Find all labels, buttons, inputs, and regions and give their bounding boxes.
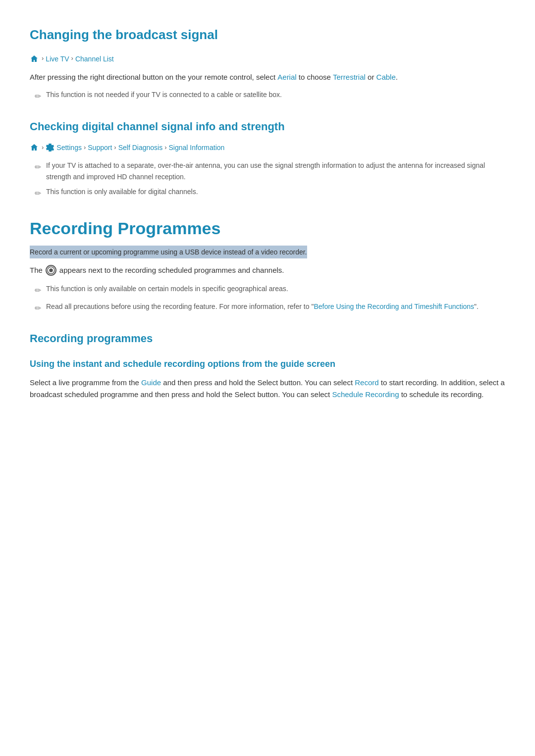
- highlight-text: Record a current or upcoming programme u…: [30, 248, 307, 256]
- breadcrumb-broadcast: › Live TV › Channel List: [30, 53, 505, 64]
- breadcrumb-separator-1: ›: [42, 53, 44, 64]
- broadcast-body: After pressing the right directional but…: [30, 71, 505, 83]
- pencil-icon-4: ✏: [35, 284, 41, 297]
- note-broadcast-text-1: This function is not needed if your TV i…: [46, 89, 282, 100]
- link-before-using[interactable]: Before Using the Recording and Timeshift…: [314, 302, 474, 310]
- link-cable[interactable]: Cable: [376, 73, 396, 81]
- breadcrumb-separator-2: ›: [71, 53, 73, 64]
- breadcrumb-signalinfo[interactable]: Signal Information: [169, 142, 225, 153]
- breadcrumb-settings[interactable]: Settings: [56, 142, 82, 153]
- section-broadcast-signal: Changing the broadcast signal › Live TV …: [30, 25, 505, 103]
- appears-after: appears next to the recording scheduled …: [59, 264, 284, 276]
- breadcrumb-sep-d3: ›: [114, 143, 116, 153]
- highlight-bar-recording: Record a current or upcoming programme u…: [30, 246, 307, 258]
- breadcrumb-sep-d4: ›: [164, 143, 166, 153]
- note-digital-2: ✏ This function is only available for di…: [35, 186, 505, 200]
- breadcrumb-channellist[interactable]: Channel List: [75, 53, 114, 64]
- note-digital-1: ✏ If your TV is attached to a separate, …: [35, 160, 505, 182]
- section-title-recording-small: Recording programmes: [30, 330, 505, 347]
- link-schedule-recording[interactable]: Schedule Recording: [332, 390, 399, 399]
- pencil-icon-3: ✏: [35, 187, 41, 200]
- breadcrumb-sep-d2: ›: [84, 143, 86, 153]
- link-terrestrial[interactable]: Terrestrial: [333, 73, 366, 81]
- breadcrumb-digital: › Settings › Support › Self Diagnosis › …: [30, 142, 505, 153]
- note-recording-text-1: This function is only available on certa…: [46, 283, 288, 294]
- link-record[interactable]: Record: [355, 378, 378, 387]
- breadcrumb-sep-d1: ›: [42, 143, 44, 153]
- subsection-instant-schedule: Using the instant and schedule recording…: [30, 357, 505, 401]
- note-digital-text-2: This function is only available for digi…: [46, 186, 198, 197]
- breadcrumb-selfdiag[interactable]: Self Diagnosis: [118, 142, 163, 153]
- note-recording-text-2: Read all precautions before using the re…: [46, 301, 479, 312]
- section-title-digital: Checking digital channel signal info and…: [30, 118, 505, 135]
- pencil-icon-1: ✏: [35, 90, 41, 103]
- circle-record-icon: [46, 265, 56, 276]
- home-icon-2: [30, 143, 39, 152]
- settings-icon: [46, 143, 54, 152]
- svg-point-1: [50, 269, 53, 272]
- note-recording-2: ✏ Read all precautions before using the …: [35, 301, 505, 315]
- subsection-body-instant: Select a live programme from the Guide a…: [30, 377, 505, 401]
- pencil-icon-2: ✏: [35, 161, 41, 174]
- section-recording-big: Recording Programmes Record a current or…: [30, 215, 505, 315]
- appears-before: The: [30, 264, 43, 276]
- section-digital-signal: Checking digital channel signal info and…: [30, 118, 505, 200]
- note-recording-1: ✏ This function is only available on cer…: [35, 283, 505, 297]
- section-title-broadcast: Changing the broadcast signal: [30, 25, 505, 46]
- pencil-icon-5: ✏: [35, 302, 41, 315]
- note-digital-text-1: If your TV is attached to a separate, ov…: [46, 160, 505, 182]
- appears-text: The appears next to the recording schedu…: [30, 264, 505, 276]
- note-broadcast-1: ✏ This function is not needed if your TV…: [35, 89, 505, 103]
- breadcrumb-support[interactable]: Support: [88, 142, 112, 153]
- section-title-recording-big: Recording Programmes: [30, 215, 505, 242]
- breadcrumb-livetv[interactable]: Live TV: [46, 53, 69, 64]
- home-icon: [30, 54, 39, 63]
- subsection-title-instant: Using the instant and schedule recording…: [30, 357, 505, 371]
- link-guide[interactable]: Guide: [141, 378, 161, 387]
- section-recording-small: Recording programmes Using the instant a…: [30, 330, 505, 401]
- link-aerial[interactable]: Aerial: [277, 73, 296, 81]
